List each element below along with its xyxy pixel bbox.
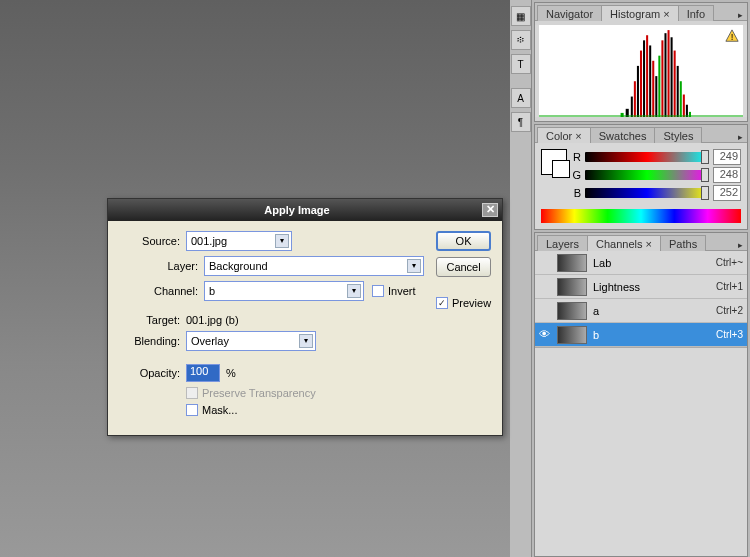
channel-thumb xyxy=(557,278,587,296)
warning-icon[interactable]: ! xyxy=(725,29,739,43)
eye-icon[interactable] xyxy=(539,280,553,294)
preview-checkbox[interactable]: ✓ Preview xyxy=(436,297,491,309)
cancel-button[interactable]: Cancel xyxy=(436,257,491,277)
chevron-down-icon[interactable]: ▾ xyxy=(299,334,313,348)
background-swatch[interactable] xyxy=(552,160,570,178)
apply-image-dialog: Apply Image ✕ Source: 001.jpg ▾ Layer: B… xyxy=(107,198,503,436)
source-combo[interactable]: 001.jpg ▾ xyxy=(186,231,292,251)
target-label: Target: xyxy=(120,314,180,326)
checkbox-icon[interactable] xyxy=(372,285,384,297)
svg-rect-4 xyxy=(643,40,645,117)
eye-icon[interactable]: 👁 xyxy=(539,328,553,342)
preview-label: Preview xyxy=(452,297,491,309)
tool-button-3[interactable]: T xyxy=(511,54,531,74)
svg-rect-2 xyxy=(637,66,639,117)
tab-paths[interactable]: Paths xyxy=(660,235,706,251)
checkbox-icon[interactable]: ✓ xyxy=(436,297,448,309)
chevron-down-icon[interactable]: ▾ xyxy=(347,284,361,298)
spectrum-bar[interactable] xyxy=(541,209,741,223)
channel-thumb xyxy=(557,254,587,272)
eye-icon[interactable] xyxy=(539,256,553,270)
tool-button-1[interactable]: ▦ xyxy=(511,6,531,26)
slider-thumb[interactable] xyxy=(701,168,709,182)
slider-g[interactable] xyxy=(585,170,709,180)
svg-rect-13 xyxy=(671,37,673,117)
channel-row-a[interactable]: a Ctrl+2 xyxy=(535,299,747,323)
slider-thumb[interactable] xyxy=(701,150,709,164)
panel-menu-icon[interactable]: ▸ xyxy=(733,132,747,142)
eye-icon[interactable] xyxy=(539,304,553,318)
channel-label: Channel: xyxy=(142,285,198,297)
tool-button-5[interactable]: ¶ xyxy=(511,112,531,132)
dialog-titlebar[interactable]: Apply Image ✕ xyxy=(108,199,502,221)
foreground-swatch[interactable] xyxy=(541,149,567,175)
tab-channels-label: Channels xyxy=(596,238,642,250)
channel-row-lab[interactable]: Lab Ctrl+~ xyxy=(535,251,747,275)
slider-r-value[interactable]: 249 xyxy=(713,149,741,165)
slider-r-label: R xyxy=(571,151,581,163)
layer-label: Layer: xyxy=(154,260,198,272)
tab-swatches[interactable]: Swatches xyxy=(590,127,656,143)
channel-name: b xyxy=(593,329,716,341)
layer-value: Background xyxy=(209,260,268,272)
svg-rect-9 xyxy=(658,56,660,117)
histogram-chart: ! xyxy=(539,25,743,117)
right-panel-dock: ▦ ፨ T A ¶ Navigator Histogram × Info ▸ xyxy=(510,0,750,557)
tab-layers[interactable]: Layers xyxy=(537,235,588,251)
blending-value: Overlay xyxy=(191,335,229,347)
panel-menu-icon[interactable]: ▸ xyxy=(733,240,747,250)
svg-rect-11 xyxy=(664,33,666,117)
chevron-down-icon[interactable]: ▾ xyxy=(275,234,289,248)
slider-g-value[interactable]: 248 xyxy=(713,167,741,183)
ok-button[interactable]: OK xyxy=(436,231,491,251)
slider-g-label: G xyxy=(571,169,581,181)
tab-color-label: Color xyxy=(546,130,572,142)
channel-shortcut: Ctrl+3 xyxy=(716,329,743,340)
tab-navigator[interactable]: Navigator xyxy=(537,5,602,21)
panel-menu-icon[interactable]: ▸ xyxy=(733,10,747,20)
source-label: Source: xyxy=(120,235,180,247)
slider-thumb[interactable] xyxy=(701,186,709,200)
tab-channels[interactable]: Channels × xyxy=(587,235,661,251)
channel-value: b xyxy=(209,285,215,297)
svg-rect-16 xyxy=(680,81,682,117)
layer-combo[interactable]: Background ▾ xyxy=(204,256,424,276)
tab-histogram[interactable]: Histogram × xyxy=(601,5,679,21)
svg-text:!: ! xyxy=(731,31,734,42)
tab-styles[interactable]: Styles xyxy=(654,127,702,143)
opacity-input[interactable]: 100 xyxy=(186,364,220,382)
blending-combo[interactable]: Overlay ▾ xyxy=(186,331,316,351)
source-value: 001.jpg xyxy=(191,235,227,247)
tool-button-4[interactable]: A xyxy=(511,88,531,108)
channels-panel: Layers Channels × Paths ▸ Lab Ctrl+~ Lig… xyxy=(534,232,748,557)
slider-b-label: B xyxy=(571,187,581,199)
channel-shortcut: Ctrl+2 xyxy=(716,305,743,316)
chevron-down-icon[interactable]: ▾ xyxy=(407,259,421,273)
channel-row-b[interactable]: 👁 b Ctrl+3 xyxy=(535,323,747,347)
svg-rect-17 xyxy=(683,95,685,117)
channel-row-lightness[interactable]: Lightness Ctrl+1 xyxy=(535,275,747,299)
channel-thumb xyxy=(557,302,587,320)
svg-rect-0 xyxy=(631,97,633,117)
svg-rect-10 xyxy=(661,40,663,117)
slider-b-value[interactable]: 252 xyxy=(713,185,741,201)
tab-color[interactable]: Color × xyxy=(537,127,591,143)
channel-shortcut: Ctrl+~ xyxy=(716,257,743,268)
checkbox-icon[interactable] xyxy=(186,404,198,416)
channel-name: Lab xyxy=(593,257,716,269)
svg-rect-3 xyxy=(640,51,642,117)
close-icon[interactable]: ✕ xyxy=(482,203,498,217)
slider-b[interactable] xyxy=(585,188,709,198)
tab-info[interactable]: Info xyxy=(678,5,714,21)
invert-checkbox[interactable]: Invert xyxy=(372,285,416,297)
channel-thumb xyxy=(557,326,587,344)
color-panel: Color × Swatches Styles ▸ R 249 G xyxy=(534,124,748,230)
slider-r[interactable] xyxy=(585,152,709,162)
tool-button-2[interactable]: ፨ xyxy=(511,30,531,50)
preserve-transparency-checkbox: Preserve Transparency xyxy=(186,387,316,399)
channel-shortcut: Ctrl+1 xyxy=(716,281,743,292)
channel-combo[interactable]: b ▾ xyxy=(204,281,364,301)
opacity-label: Opacity: xyxy=(120,367,180,379)
mask-checkbox[interactable]: Mask... xyxy=(186,404,237,416)
checkbox-icon xyxy=(186,387,198,399)
